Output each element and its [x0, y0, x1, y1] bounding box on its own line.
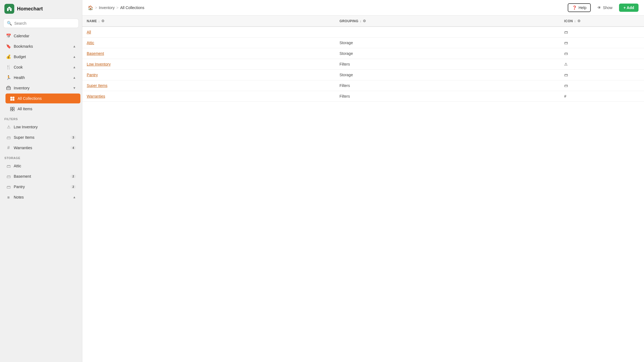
- breadcrumb-inventory[interactable]: Inventory: [99, 5, 115, 10]
- table-cell-icon: 🗃: [560, 48, 644, 59]
- col-header-grouping[interactable]: GROUPING ↕ ⚙: [335, 16, 560, 27]
- collection-link[interactable]: Low Inventory: [87, 62, 111, 66]
- col-header-icon[interactable]: ICON ↕ ⚙: [560, 16, 644, 27]
- nav-cook[interactable]: 🍴 Cook ▲: [2, 62, 80, 72]
- nav-calendar-label: Calendar: [14, 34, 76, 38]
- table-row: WarrantiesFilters#: [82, 91, 644, 102]
- table-cell-grouping: Storage: [335, 48, 560, 59]
- svg-rect-10: [10, 109, 12, 111]
- table-cell-grouping: Filters: [335, 91, 560, 102]
- logo-icon: [4, 4, 14, 14]
- nav-basement[interactable]: 🗃 Basement 2: [2, 171, 80, 181]
- all-collections-icon: [10, 96, 15, 101]
- svg-rect-6: [10, 99, 12, 101]
- content-area: NAME ↓ ⚙ GROUPING ↕ ⚙: [82, 16, 644, 362]
- basement-icon: 🗃: [6, 174, 11, 179]
- add-label: + Add: [623, 5, 634, 10]
- sort-icon-grouping[interactable]: ↕: [360, 19, 361, 23]
- main-area: 🏠 > Inventory > All Collections ❓ Help 👁…: [82, 0, 644, 362]
- nav-notes[interactable]: ≡ Notes ▲: [2, 192, 80, 202]
- collection-link[interactable]: Super Items: [87, 83, 107, 88]
- table-cell-name: Low Inventory: [82, 59, 335, 70]
- table-row: BasementStorage🗃: [82, 48, 644, 59]
- collection-link[interactable]: Pantry: [87, 73, 98, 77]
- all-items-icon: [10, 106, 15, 111]
- search-input[interactable]: [14, 21, 75, 26]
- show-button[interactable]: 👁 Show: [594, 4, 616, 12]
- svg-rect-9: [13, 107, 14, 109]
- help-icon: ❓: [572, 5, 577, 10]
- table-row: AtticStorage🗃: [82, 38, 644, 48]
- super-items-icon: 🗃: [6, 135, 11, 140]
- collection-link[interactable]: Attic: [87, 41, 94, 45]
- table-cell-icon: ⚠: [560, 59, 644, 70]
- collection-link[interactable]: Warranties: [87, 94, 105, 98]
- nav-warranties[interactable]: # Warranties 4: [2, 143, 80, 153]
- calendar-icon: 📅: [6, 33, 11, 38]
- filter-icon-name[interactable]: ⚙: [101, 19, 105, 23]
- table-cell-name: Pantry: [82, 70, 335, 80]
- nav-bookmarks[interactable]: 🔖 Bookmarks ▲: [2, 41, 80, 51]
- table-cell-grouping: Storage: [335, 38, 560, 48]
- col-icon-label: ICON: [564, 19, 573, 23]
- nav-cook-label: Cook: [14, 65, 70, 69]
- table-cell-grouping: Storage: [335, 70, 560, 80]
- nav-super-items[interactable]: 🗃 Super Items 3: [2, 132, 80, 142]
- chevron-up-icon: ▲: [73, 55, 76, 59]
- svg-rect-8: [10, 107, 12, 109]
- filter-icon-icon[interactable]: ⚙: [577, 19, 581, 23]
- filters-section-header: FILTERS: [0, 114, 82, 122]
- nav-all-items[interactable]: All Items: [5, 104, 80, 114]
- sort-down-icon[interactable]: ↓: [98, 19, 100, 23]
- filter-icon-grouping[interactable]: ⚙: [363, 19, 366, 23]
- col-grouping-label: GROUPING: [339, 19, 358, 23]
- chevron-up-icon: ▲: [73, 65, 76, 69]
- nav-pantry[interactable]: 🗃 Pantry 2: [2, 182, 80, 192]
- nav-bookmarks-label: Bookmarks: [14, 44, 70, 49]
- table-body: All🗃AtticStorage🗃BasementStorage🗃Low Inv…: [82, 27, 644, 102]
- table-cell-name: Super Items: [82, 80, 335, 91]
- table-header-row: NAME ↓ ⚙ GROUPING ↕ ⚙: [82, 16, 644, 27]
- topbar: 🏠 > Inventory > All Collections ❓ Help 👁…: [82, 0, 644, 16]
- nav-pantry-label: Pantry: [14, 185, 68, 189]
- storage-section-header: STORAGE: [0, 153, 82, 161]
- table-cell-icon: #: [560, 91, 644, 102]
- collection-link[interactable]: All: [87, 30, 91, 34]
- nav-super-items-label: Super Items: [14, 135, 68, 140]
- search-icon: 🔍: [7, 21, 12, 26]
- chevron-up-icon: ▲: [73, 195, 76, 199]
- table-cell-name: Attic: [82, 38, 335, 48]
- nav-inventory[interactable]: Inventory ▼: [2, 83, 80, 93]
- help-button[interactable]: ❓ Help: [568, 3, 591, 12]
- home-icon[interactable]: 🏠: [88, 5, 93, 10]
- logo-area: Homechart: [0, 0, 82, 18]
- collections-table: NAME ↓ ⚙ GROUPING ↕ ⚙: [82, 16, 644, 102]
- nav-inventory-label: Inventory: [14, 86, 70, 90]
- sort-icon-icon[interactable]: ↕: [574, 19, 576, 23]
- table-cell-name: Basement: [82, 48, 335, 59]
- nav-budget[interactable]: 💰 Budget ▲: [2, 52, 80, 62]
- add-button[interactable]: + Add: [619, 4, 639, 12]
- budget-icon: 💰: [6, 54, 11, 59]
- cook-icon: 🍴: [6, 65, 11, 70]
- table-cell-icon: 🗃: [560, 27, 644, 38]
- table-row: All🗃: [82, 27, 644, 38]
- nav-health-label: Health: [14, 75, 70, 80]
- nav-basement-label: Basement: [14, 174, 68, 179]
- nav-calendar[interactable]: 📅 Calendar: [2, 31, 80, 41]
- svg-rect-1: [10, 8, 10, 9]
- nav-health[interactable]: 🏃 Health ▲: [2, 73, 80, 83]
- chevron-up-icon: ▲: [73, 44, 76, 48]
- pantry-badge: 2: [71, 185, 76, 189]
- bookmarks-icon: 🔖: [6, 44, 11, 49]
- nav-attic[interactable]: 🗃 Attic: [2, 161, 80, 171]
- health-icon: 🏃: [6, 75, 11, 80]
- search-box[interactable]: 🔍: [3, 19, 79, 28]
- nav-low-inventory[interactable]: ⚠ Low Inventory: [2, 122, 80, 132]
- nav-all-collections[interactable]: All Collections: [5, 94, 80, 103]
- nav-all-collections-label: All Collections: [18, 96, 76, 101]
- col-header-name[interactable]: NAME ↓ ⚙: [82, 16, 335, 27]
- collection-link[interactable]: Basement: [87, 51, 104, 56]
- svg-rect-5: [13, 97, 14, 98]
- warning-icon: ⚠: [6, 125, 11, 129]
